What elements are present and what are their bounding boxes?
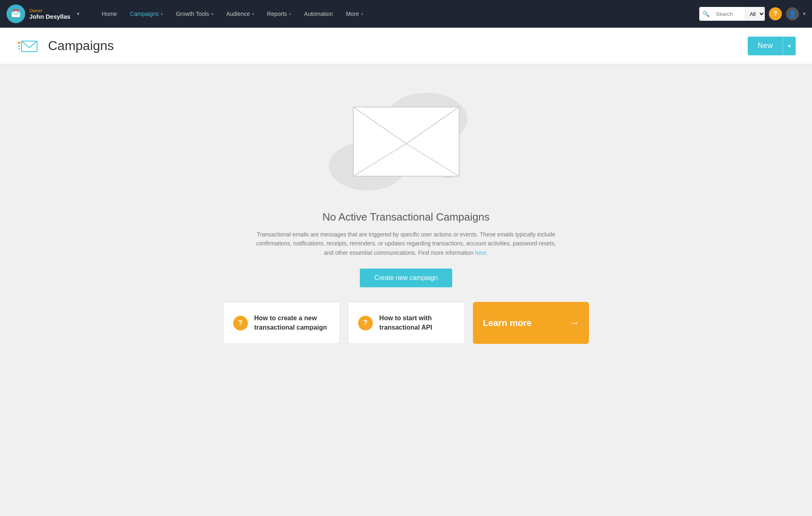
- learn-more-label: Learn more: [483, 318, 532, 328]
- learn-more-card[interactable]: Learn more →: [473, 302, 589, 344]
- nav-owner-dropdown-icon[interactable]: ▾: [77, 11, 79, 17]
- user-icon: 👤: [788, 10, 797, 18]
- nav-link-home[interactable]: Home: [96, 7, 123, 20]
- svg-rect-9: [353, 107, 459, 176]
- svg-rect-4: [15, 9, 17, 11]
- nav-right: 🔍 All ? 👤 ▾: [699, 7, 805, 21]
- learn-more-arrow-icon: →: [569, 317, 579, 329]
- page-title: Campaigns: [48, 38, 114, 53]
- nav-user-button[interactable]: 👤: [786, 7, 799, 20]
- navbar: Owner John Desyllas ▾ Home Campaigns ▾ G…: [0, 0, 812, 28]
- page-header: Campaigns New ▾: [0, 28, 812, 64]
- learn-more-content: Learn more →: [483, 317, 579, 329]
- svg-point-7: [18, 48, 20, 50]
- growth-tools-dropdown-icon: ▾: [211, 12, 213, 16]
- new-button[interactable]: New ▾: [748, 37, 796, 55]
- main-content: No Active Transactional Campaigns Transa…: [0, 64, 812, 516]
- nav-link-growth-tools[interactable]: Growth Tools ▾: [170, 7, 219, 20]
- nav-link-reports[interactable]: Reports ▾: [261, 7, 297, 20]
- here-link[interactable]: here.: [475, 249, 488, 256]
- nav-user-dropdown-icon[interactable]: ▾: [803, 11, 805, 17]
- nav-link-automation[interactable]: Automation: [298, 7, 339, 20]
- info-card-how-to-start[interactable]: ? How to start with transactional API: [348, 302, 465, 344]
- nav-search-select[interactable]: All: [745, 7, 765, 21]
- nav-avatar: [7, 4, 25, 23]
- nav-link-more[interactable]: More ▾: [340, 7, 369, 20]
- how-to-create-text: How to create a new transactional campai…: [254, 314, 330, 332]
- campaigns-dropdown-icon: ▾: [161, 12, 163, 16]
- svg-point-6: [18, 45, 20, 47]
- new-button-dropdown-icon: ▾: [783, 43, 796, 49]
- how-to-start-icon: ?: [358, 316, 373, 330]
- nav-link-audience[interactable]: Audience ▾: [221, 7, 260, 20]
- nav-owner-info: Owner John Desyllas: [29, 8, 70, 20]
- audience-dropdown-icon: ▾: [252, 12, 254, 16]
- how-to-start-text: How to start with transactional API: [379, 314, 455, 332]
- nav-help-button[interactable]: ?: [769, 7, 782, 20]
- nav-owner-label: Owner: [29, 8, 70, 13]
- empty-envelope-svg: [349, 103, 463, 180]
- svg-point-5: [18, 42, 20, 44]
- nav-search-box: 🔍 All: [699, 7, 765, 21]
- nav-links: Home Campaigns ▾ Growth Tools ▾ Audience…: [96, 7, 699, 20]
- reports-dropdown-icon: ▾: [289, 12, 291, 16]
- info-cards: ? How to create a new transactional camp…: [223, 302, 589, 344]
- nav-link-campaigns[interactable]: Campaigns ▾: [124, 7, 169, 20]
- empty-illustration: [321, 81, 492, 203]
- empty-desc: Transactional emails are messages that a…: [252, 230, 561, 257]
- how-to-create-icon: ?: [233, 316, 248, 330]
- empty-title: No Active Transactional Campaigns: [322, 211, 489, 223]
- nav-search-input[interactable]: [713, 11, 745, 17]
- create-campaign-button[interactable]: Create new campaign: [360, 269, 453, 287]
- nav-owner-name: John Desyllas: [29, 13, 70, 20]
- new-button-label: New: [748, 42, 783, 50]
- nav-logo-area: Owner John Desyllas ▾: [7, 4, 88, 23]
- info-card-how-to-create[interactable]: ? How to create a new transactional camp…: [223, 302, 340, 344]
- more-dropdown-icon: ▾: [361, 12, 363, 16]
- page-header-left: Campaigns: [16, 34, 748, 58]
- nav-search-button[interactable]: 🔍: [699, 11, 713, 17]
- campaigns-page-icon: [16, 34, 41, 58]
